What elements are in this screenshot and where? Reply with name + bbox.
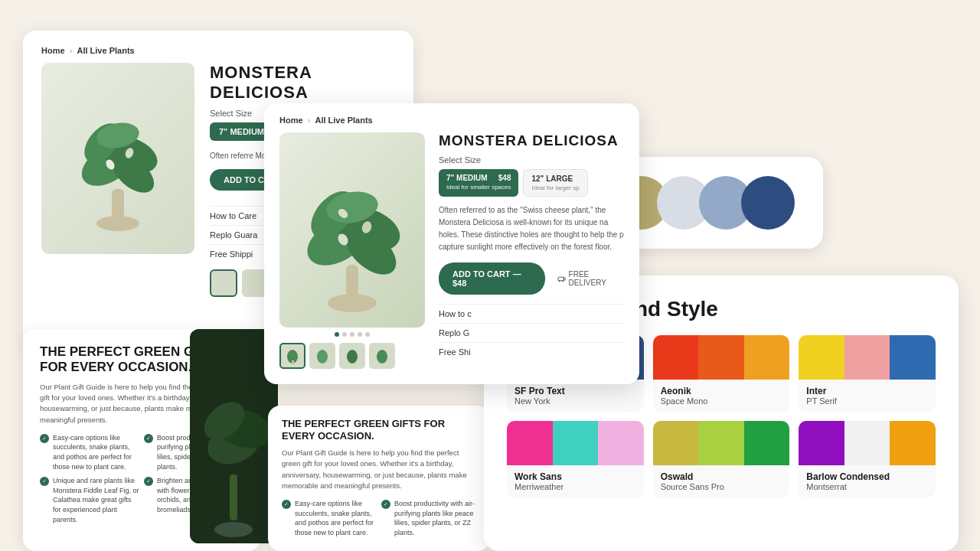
brand-fonts-inter: Inter PT Serif xyxy=(799,380,936,412)
svg-rect-20 xyxy=(292,360,294,364)
plant-illustration-back xyxy=(64,82,172,235)
svg-rect-32 xyxy=(230,474,237,520)
dot-4[interactable] xyxy=(358,332,362,337)
bullet-front-1: Easy-care options like succulents, snake… xyxy=(282,499,377,537)
dot-2[interactable] xyxy=(342,332,347,337)
brand-colors-oswald xyxy=(653,421,790,465)
font-primary-oswald: Oswald xyxy=(661,471,782,482)
swatch-bl-3 xyxy=(890,421,936,465)
svg-rect-1 xyxy=(112,189,124,227)
swatch-os-2 xyxy=(698,421,744,465)
image-dots xyxy=(279,332,425,337)
font-primary-inter: Inter xyxy=(806,386,928,396)
svg-point-26 xyxy=(558,280,560,282)
brand-card-aeonik[interactable]: Aeonik Space Mono xyxy=(653,335,790,412)
swatch-ws-3 xyxy=(598,421,644,465)
how-to-care-main[interactable]: How to c xyxy=(439,304,624,323)
thumb-plant-icon-2 xyxy=(313,347,332,365)
font-secondary-oswald: Source Sans Pro xyxy=(661,482,782,491)
thumb-plant-icon-3 xyxy=(343,347,361,365)
svg-marker-25 xyxy=(564,277,566,280)
font-primary-worksans: Work Sans xyxy=(514,471,636,482)
delivery-icon xyxy=(557,274,566,283)
bullet-1: Easy-care options like succulents, snake… xyxy=(40,433,139,471)
brand-colors-aeonik xyxy=(653,335,790,380)
font-secondary-sf-pro: New York xyxy=(514,396,636,406)
breadcrumb: Home › All Live Plants xyxy=(41,46,395,55)
plant-illustration-main xyxy=(291,146,413,315)
breadcrumb-main: Home › All Live Plants xyxy=(279,116,624,125)
thumb-main-3[interactable] xyxy=(339,343,365,369)
font-primary-aeonik: Aeonik xyxy=(661,386,782,396)
brand-fonts-aeonik: Aeonik Space Mono xyxy=(653,380,790,412)
size-12-large[interactable]: 12" LARGE Ideal for larger sp xyxy=(523,169,587,197)
size-options: 7" MEDIUM $48 Ideal for smaller spaces 1… xyxy=(439,169,624,197)
font-secondary-barlow: Montserrat xyxy=(806,482,928,491)
bullet-dot-front-2 xyxy=(381,500,390,509)
thumb-plant-icon-4 xyxy=(373,347,391,365)
brand-card-worksans[interactable]: Work Sans Merriweather xyxy=(507,421,644,497)
brand-fonts-barlow: Barlow Condensed Montserrat xyxy=(799,465,936,497)
swatch-os-1 xyxy=(653,421,699,465)
thumbnail-row-main xyxy=(279,343,425,369)
free-delivery-badge: FREE DELIVERY xyxy=(557,270,624,287)
swatch-aeonik-3 xyxy=(744,335,790,380)
svg-point-33 xyxy=(214,522,253,537)
dot-1[interactable] xyxy=(335,332,339,337)
thumb-main-2[interactable] xyxy=(309,343,335,369)
bullet-dot-1 xyxy=(40,434,49,443)
brand-fonts-oswald: Oswald Source Sans Pro xyxy=(653,465,790,497)
bullet-front-2: Boost productivity with air-purifying pl… xyxy=(381,499,476,537)
font-secondary-inter: PT Serif xyxy=(806,396,928,406)
font-primary-sf-pro: SF Pro Text xyxy=(514,386,636,396)
svg-rect-10 xyxy=(346,265,358,307)
replo-guarantee-main[interactable]: Replo G xyxy=(439,323,624,342)
brand-fonts-worksans: Work Sans Merriweather xyxy=(507,465,644,497)
svg-point-21 xyxy=(317,350,328,364)
font-secondary-aeonik: Space Mono xyxy=(661,396,782,406)
thumb-1[interactable] xyxy=(210,269,237,297)
product-image-back xyxy=(41,63,194,254)
bullet-dot-front-1 xyxy=(282,500,291,509)
add-to-cart-main[interactable]: ADD TO CART — $48 xyxy=(439,262,545,295)
swatch-bl-1 xyxy=(799,421,844,465)
brand-card-inter[interactable]: Inter PT Serif xyxy=(799,335,936,412)
dot-5[interactable] xyxy=(365,332,370,337)
bullet-dot-3 xyxy=(40,477,49,486)
product-info-main: MONSTERA DELICIOSA Select Size 7" MEDIUM… xyxy=(439,132,624,369)
palette-color-4 xyxy=(741,176,795,230)
product-title-main: MONSTERA DELICIOSA xyxy=(439,132,624,149)
brand-colors-inter xyxy=(799,335,936,380)
swatch-os-3 xyxy=(744,421,790,465)
brand-fonts-sf-pro: SF Pro Text New York xyxy=(507,380,644,412)
font-secondary-worksans: Merriweather xyxy=(514,482,636,491)
svg-point-23 xyxy=(377,350,387,364)
product-desc-main: Often referred to as the "Swiss cheese p… xyxy=(439,204,624,253)
swatch-ws-2 xyxy=(553,421,599,465)
product-image-main xyxy=(279,132,425,369)
bullet-dot-4 xyxy=(144,477,153,486)
thumb-plant-icon xyxy=(283,347,302,365)
size-7-medium[interactable]: 7" MEDIUM $48 Ideal for smaller spaces xyxy=(439,169,518,197)
action-row: ADD TO CART — $48 FREE DELIVERY xyxy=(439,262,624,295)
brand-card-oswald[interactable]: Oswald Source Sans Pro xyxy=(653,421,790,497)
thumb-main-4[interactable] xyxy=(369,343,395,369)
svg-point-22 xyxy=(347,350,358,364)
section-rows-main: How to c Replo G Free Shi xyxy=(439,304,624,361)
font-primary-barlow: Barlow Condensed xyxy=(806,471,928,482)
bullet-dot-2 xyxy=(144,434,153,443)
thumb-main-1[interactable] xyxy=(279,343,305,369)
main-product-card: Home › All Live Plants xyxy=(264,103,639,384)
gifts-title-front: THE PERFECT GREEN GIFTS FOR EVERY OCCASI… xyxy=(282,418,476,442)
gifts-front-card: THE PERFECT GREEN GIFTS FOR EVERY OCCASI… xyxy=(268,406,490,551)
dot-3[interactable] xyxy=(350,332,354,337)
svg-point-27 xyxy=(562,280,564,282)
free-shipping-main[interactable]: Free Shi xyxy=(439,342,624,361)
gifts-desc-front: Our Plant Gift Guide is here to help you… xyxy=(282,448,476,491)
gifts-bullets-front: Easy-care options like succulents, snake… xyxy=(282,499,476,537)
swatch-inter-3 xyxy=(890,335,936,380)
select-size-main: Select Size xyxy=(439,155,624,165)
brand-card-barlow[interactable]: Barlow Condensed Montserrat xyxy=(799,421,936,497)
product-title-back: MONSTERA DELICIOSA xyxy=(210,63,395,103)
brand-colors-barlow xyxy=(799,421,936,465)
